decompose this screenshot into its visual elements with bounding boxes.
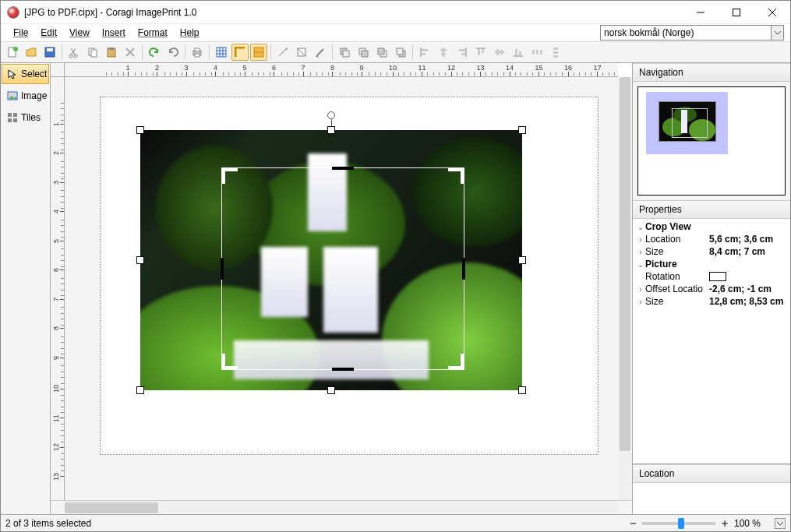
redo-icon[interactable] <box>164 44 182 61</box>
prop-psize-value[interactable]: 12,8 cm; 8,53 cm <box>709 296 787 307</box>
prop-picture: Picture <box>645 259 787 270</box>
close-button[interactable] <box>754 1 790 24</box>
svg-rect-42 <box>397 48 403 55</box>
zoom-out-button[interactable]: − <box>627 517 639 530</box>
svg-rect-63 <box>540 50 542 55</box>
svg-point-5 <box>13 47 18 51</box>
chevron-right-icon[interactable]: › <box>636 298 645 306</box>
align-center-v-icon[interactable] <box>491 44 508 61</box>
toolbar <box>1 41 790 63</box>
arrange-backward-icon[interactable] <box>373 44 390 61</box>
handle-tc[interactable] <box>327 126 335 134</box>
paste-icon[interactable] <box>103 44 120 61</box>
svg-rect-53 <box>478 49 480 55</box>
location-panel: Location <box>633 463 790 514</box>
tool-select[interactable]: Select <box>2 64 49 84</box>
align-right-icon[interactable] <box>454 44 471 61</box>
cut-icon[interactable] <box>65 44 83 61</box>
zoom-dropdown-icon[interactable] <box>775 518 786 529</box>
menu-edit[interactable]: Edit <box>34 26 63 40</box>
handle-tl[interactable] <box>136 126 144 134</box>
svg-rect-20 <box>195 54 200 57</box>
arrange-back-icon[interactable] <box>392 44 409 61</box>
image-object[interactable] <box>140 130 522 390</box>
handle-br[interactable] <box>518 386 526 394</box>
tool-tiles[interactable]: Tiles <box>2 107 49 128</box>
chevron-right-icon[interactable]: › <box>636 285 645 294</box>
distribute-h-icon[interactable] <box>528 44 546 61</box>
minimize-button[interactable] <box>683 1 719 24</box>
handle-bc[interactable] <box>327 386 335 394</box>
language-dropdown-icon[interactable] <box>772 25 784 41</box>
expand-icon[interactable]: ⌄ <box>636 260 645 269</box>
handle-tr[interactable] <box>518 126 526 134</box>
handle-bl[interactable] <box>136 386 144 394</box>
svg-rect-13 <box>91 50 97 57</box>
zoom-control: − + 100 % <box>627 517 786 530</box>
status-text: 2 of 3 items selected <box>5 518 620 529</box>
menu-format[interactable]: Format <box>132 26 174 40</box>
snap-icon[interactable] <box>250 44 267 61</box>
menu-file[interactable]: File <box>7 26 34 40</box>
vertical-scrollbar[interactable] <box>618 77 632 500</box>
main-area: Select Image Tiles 123456789101112131415… <box>1 63 790 514</box>
expand-icon[interactable]: ⌄ <box>636 223 645 231</box>
rotation-swatch[interactable] <box>709 272 726 281</box>
align-tool-1-icon[interactable] <box>274 44 291 61</box>
eyedropper-icon[interactable] <box>312 44 329 61</box>
svg-point-34 <box>316 55 319 58</box>
new-icon[interactable] <box>4 44 21 61</box>
align-left-icon[interactable] <box>416 44 433 61</box>
handle-ml[interactable] <box>136 256 144 264</box>
svg-rect-61 <box>532 50 535 55</box>
distribute-v-icon[interactable] <box>547 44 564 61</box>
language-select[interactable]: norsk bokmål (Norge) <box>600 25 772 41</box>
svg-rect-47 <box>440 49 447 51</box>
tool-image[interactable]: Image <box>2 86 49 106</box>
rotation-handle[interactable] <box>327 111 335 119</box>
zoom-slider[interactable] <box>642 522 715 525</box>
chevron-right-icon[interactable]: › <box>636 235 645 244</box>
svg-rect-1 <box>733 9 740 16</box>
chevron-right-icon[interactable]: › <box>636 248 645 256</box>
arrange-front-icon[interactable] <box>336 44 353 61</box>
handle-mr[interactable] <box>518 256 526 264</box>
align-tool-2-icon[interactable] <box>293 44 310 61</box>
zoom-percent: 100 % <box>734 518 772 529</box>
svg-rect-15 <box>109 48 114 50</box>
menu-bar: File Edit View Insert Format Help norsk … <box>1 24 790 41</box>
svg-rect-72 <box>13 118 17 122</box>
align-top-icon[interactable] <box>472 44 489 61</box>
navigation-thumbnail[interactable] <box>637 86 786 196</box>
print-icon[interactable] <box>189 44 206 61</box>
maximize-button[interactable] <box>719 1 754 24</box>
grid-icon[interactable] <box>213 44 230 61</box>
align-center-h-icon[interactable] <box>435 44 452 61</box>
save-icon[interactable] <box>41 44 58 61</box>
picture-content <box>140 130 522 390</box>
prop-size-value[interactable]: 8,4 cm; 7 cm <box>709 246 787 257</box>
zoom-in-button[interactable]: + <box>719 517 731 530</box>
svg-rect-19 <box>195 48 200 51</box>
svg-rect-66 <box>553 55 558 58</box>
menu-view[interactable]: View <box>63 26 96 40</box>
canvas[interactable] <box>65 77 618 500</box>
ruler-toggle-icon[interactable] <box>231 44 249 61</box>
prop-offset-value[interactable]: -2,6 cm; -1 cm <box>709 284 787 294</box>
undo-icon[interactable] <box>146 44 163 61</box>
status-bar: 2 of 3 items selected − + 100 % <box>1 514 790 531</box>
prop-location-label: Location <box>645 234 709 245</box>
align-bottom-icon[interactable] <box>510 44 527 61</box>
prop-location-value[interactable]: 5,6 cm; 3,6 cm <box>709 234 787 245</box>
delete-icon[interactable] <box>122 44 139 61</box>
crop-frame[interactable] <box>221 167 464 370</box>
properties-title: Properties <box>633 200 790 219</box>
open-icon[interactable] <box>23 44 40 61</box>
menu-insert[interactable]: Insert <box>96 26 132 40</box>
arrange-forward-icon[interactable] <box>355 44 372 61</box>
copy-icon[interactable] <box>84 44 101 61</box>
canvas-column: 123456789101112131415161718 123456789101… <box>51 63 632 514</box>
prop-size-label: Size <box>645 246 709 257</box>
menu-help[interactable]: Help <box>174 26 206 40</box>
horizontal-scrollbar[interactable] <box>65 501 618 514</box>
